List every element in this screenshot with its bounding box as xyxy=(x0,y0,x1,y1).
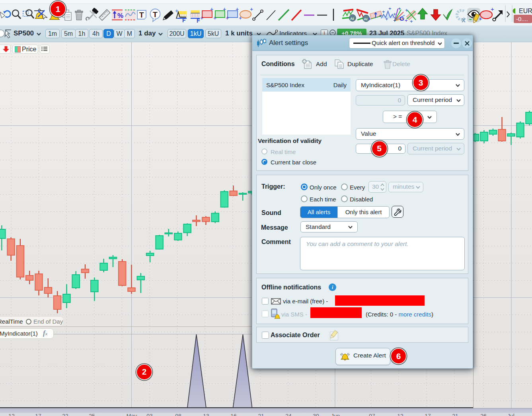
svg-text:T: T xyxy=(153,10,158,19)
svg-text:+: + xyxy=(405,7,408,13)
svg-text:+: + xyxy=(491,6,494,12)
svg-text:AI: AI xyxy=(364,17,368,21)
svg-text:+: + xyxy=(226,15,229,21)
svg-text:+: + xyxy=(175,8,178,14)
svg-text:AI: AI xyxy=(350,16,354,21)
svg-text:F: F xyxy=(182,17,186,23)
svg-text:+: + xyxy=(200,15,203,21)
svg-text:x: x xyxy=(462,16,466,24)
svg-text:T: T xyxy=(139,11,144,19)
svg-text:+: + xyxy=(479,15,482,22)
svg-text:+: + xyxy=(405,18,408,23)
svg-text:+: + xyxy=(410,18,413,24)
svg-text:+: + xyxy=(223,6,226,12)
svg-text:+: + xyxy=(382,9,385,15)
svg-text:-0....: -0.... xyxy=(516,16,528,22)
svg-text:%: % xyxy=(117,12,123,20)
svg-text:+: + xyxy=(210,6,213,12)
svg-text:EUR: EUR xyxy=(519,8,532,14)
svg-text:+: + xyxy=(213,15,216,21)
svg-text:F: F xyxy=(197,18,200,24)
svg-text:+: + xyxy=(236,6,239,12)
svg-text:+: + xyxy=(239,15,242,21)
svg-text:G: G xyxy=(399,15,404,22)
svg-text:+: + xyxy=(385,16,388,22)
svg-text:+: + xyxy=(398,6,401,12)
svg-text:+: + xyxy=(368,16,371,22)
svg-text:+: + xyxy=(250,6,253,12)
svg-text:+: + xyxy=(388,6,392,12)
svg-text:+: + xyxy=(393,18,396,23)
